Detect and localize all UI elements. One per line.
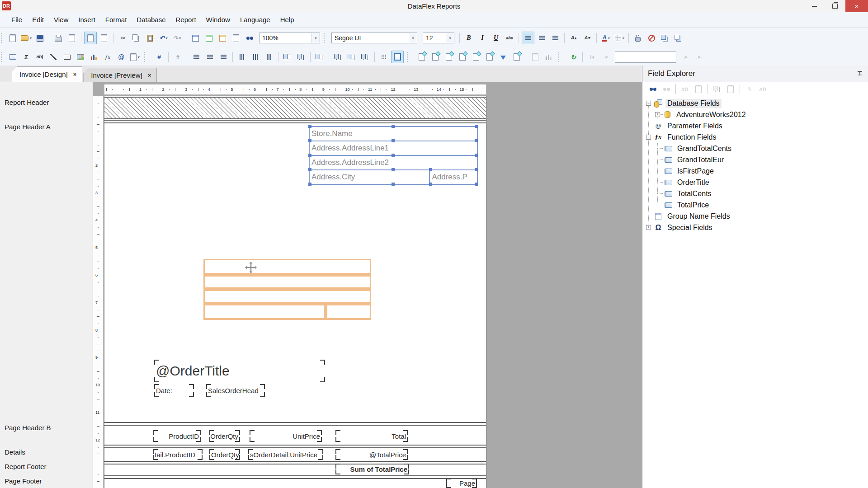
bold-button[interactable]: B: [462, 32, 475, 44]
edit-field-button[interactable]: ✎: [743, 83, 755, 95]
selection-handle[interactable]: [429, 168, 432, 171]
table-cell[interactable]: [327, 305, 370, 318]
menu-view[interactable]: View: [49, 14, 73, 25]
align-lefts-button[interactable]: [190, 51, 203, 63]
verify-database-button[interactable]: [216, 32, 229, 44]
strikeout-button[interactable]: abc: [503, 32, 516, 44]
fit-to-text-button[interactable]: [313, 51, 326, 63]
date-label-field[interactable]: Date:: [154, 384, 194, 397]
previous-page-button[interactable]: ◀: [599, 51, 612, 63]
menu-format[interactable]: Format: [100, 14, 132, 25]
orange-table-object[interactable]: [203, 259, 371, 320]
preview-mode-button[interactable]: [98, 32, 110, 44]
db-field-address-p[interactable]: Address.P: [430, 170, 477, 184]
paste-button[interactable]: [143, 32, 156, 44]
tree-item-adventureworks2012[interactable]: +AdventureWorks2012: [642, 109, 868, 120]
group-expert-button[interactable]: [456, 51, 469, 63]
center-in-section-button[interactable]: [359, 51, 372, 63]
grid-dots-button[interactable]: [377, 51, 390, 63]
make-same-height-button[interactable]: [281, 51, 294, 63]
restore-button[interactable]: [825, 0, 845, 12]
show-boundaries-button[interactable]: [391, 51, 404, 63]
menu-edit[interactable]: Edit: [27, 14, 49, 25]
tree-item-special-fields[interactable]: +ΩSpecial Fields: [642, 222, 868, 233]
menu-file[interactable]: File: [6, 14, 27, 25]
section-divider[interactable]: [104, 475, 486, 479]
filter-expert-button[interactable]: [497, 51, 509, 63]
menu-window[interactable]: Window: [201, 14, 235, 25]
insert-to-report-button[interactable]: [711, 83, 723, 95]
make-same-size-button[interactable]: [332, 51, 344, 63]
redo-button[interactable]: ↷▾: [170, 32, 183, 44]
font-size-combo[interactable]: 12 ▾: [423, 33, 454, 43]
refresh-data-button[interactable]: ↻: [567, 51, 580, 63]
record-sort-expert-button[interactable]: [443, 51, 455, 63]
space-evenly-button[interactable]: [345, 51, 358, 63]
selection-handle[interactable]: [475, 168, 478, 171]
insert-chart-button[interactable]: [88, 51, 100, 63]
selection-handle[interactable]: [392, 139, 395, 142]
report-header-suppressed-band[interactable]: [104, 97, 486, 119]
align-middles-button[interactable]: [249, 51, 262, 63]
align-right-button[interactable]: [549, 32, 561, 44]
copy-button[interactable]: [130, 32, 142, 44]
print-preview-button[interactable]: [66, 32, 78, 44]
formula-workshop-button[interactable]: [470, 51, 482, 63]
detail-totalprice[interactable]: @TotalPrice: [335, 449, 408, 460]
section-expert-button[interactable]: [510, 51, 523, 63]
chevron-down-icon[interactable]: ▾: [179, 36, 180, 40]
tree-item-totalprice[interactable]: TotalPrice: [642, 199, 868, 211]
last-page-button[interactable]: ▶|: [693, 51, 706, 63]
tree-item-parameter-fields[interactable]: @Parameter Fields: [642, 120, 868, 131]
tree-item-group-name-fields[interactable]: Group Name Fields: [642, 211, 868, 222]
tree-item-grandtotalcents[interactable]: GrandTotalCents: [642, 143, 868, 154]
col-header-productid[interactable]: ProductID: [153, 430, 201, 442]
increase-font-size-button[interactable]: A▴: [567, 32, 580, 44]
db-field-address-addressline2[interactable]: Address.AddressLine2: [310, 156, 477, 169]
find-next-button[interactable]: [660, 83, 673, 95]
insert-text-object-button[interactable]: ab|: [33, 51, 46, 63]
selection-handle[interactable]: [308, 154, 311, 157]
selection-handle[interactable]: [308, 183, 311, 186]
section-divider[interactable]: [104, 461, 486, 465]
col-header-unitprice[interactable]: UnitPrice: [250, 430, 322, 442]
db-field-store-name[interactable]: Store.Name: [310, 127, 477, 141]
first-page-button[interactable]: |◀: [585, 51, 598, 63]
zoom-combo[interactable]: 100% ▾: [259, 33, 320, 43]
chart-expert-button[interactable]: [542, 51, 555, 63]
cut-button[interactable]: ✂: [116, 32, 129, 44]
selection-handle[interactable]: [429, 183, 432, 186]
open-report-button[interactable]: ▾: [20, 32, 33, 44]
tree-item-grandtotaleur[interactable]: GrandTotalEur: [642, 154, 868, 165]
borders-button[interactable]: ▾: [613, 32, 626, 44]
tab-invoice-preview-[interactable]: Invoice [Preview]×: [83, 68, 157, 82]
insert-database-field-button[interactable]: [6, 51, 19, 63]
menu-report[interactable]: Report: [171, 14, 201, 25]
chevron-down-icon[interactable]: ▾: [446, 33, 454, 43]
find-field-button[interactable]: [646, 83, 659, 95]
col-header-total[interactable]: Total: [335, 430, 408, 442]
section-divider[interactable]: [104, 422, 486, 426]
underline-button[interactable]: U: [490, 32, 502, 44]
close-icon[interactable]: ×: [148, 72, 151, 79]
decrease-font-size-button[interactable]: A▾: [581, 32, 594, 44]
tree-item-function-fields[interactable]: −ƒxFunction Fields: [642, 131, 868, 143]
table-row[interactable]: [205, 305, 370, 318]
selection-handle[interactable]: [392, 154, 395, 157]
save-report-button[interactable]: [33, 32, 46, 44]
selection-handle[interactable]: [308, 139, 311, 142]
page-setup-button[interactable]: [230, 32, 242, 44]
sort-fields-button[interactable]: ab: [679, 83, 691, 95]
pin-icon[interactable]: [857, 71, 863, 76]
menu-database[interactable]: Database: [132, 14, 170, 25]
selection-handle[interactable]: [308, 125, 311, 128]
rename-field-button[interactable]: ab: [756, 83, 769, 95]
delete-field-button[interactable]: [724, 83, 737, 95]
close-button[interactable]: ×: [845, 0, 868, 12]
find-button[interactable]: [243, 32, 256, 44]
make-same-width-button[interactable]: [295, 51, 307, 63]
design-mode-button[interactable]: [84, 32, 97, 44]
chevron-down-icon[interactable]: ▾: [409, 33, 417, 43]
col-header-orderqty[interactable]: OrderQty: [209, 430, 240, 442]
minimize-button[interactable]: [804, 0, 825, 12]
